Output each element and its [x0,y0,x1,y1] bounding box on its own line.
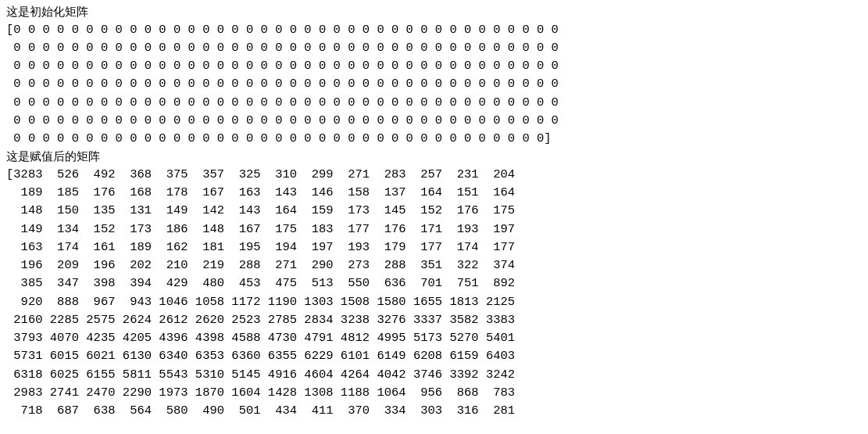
assigned-matrix-output: [3283 526 492 368 375 357 325 310 299 27… [6,166,862,421]
assigned-matrix-label: 这是赋值后的矩阵 [6,148,862,166]
init-matrix-output: [0 0 0 0 0 0 0 0 0 0 0 0 0 0 0 0 0 0 0 0… [6,21,862,149]
init-matrix-label: 这是初始化矩阵 [6,3,862,21]
